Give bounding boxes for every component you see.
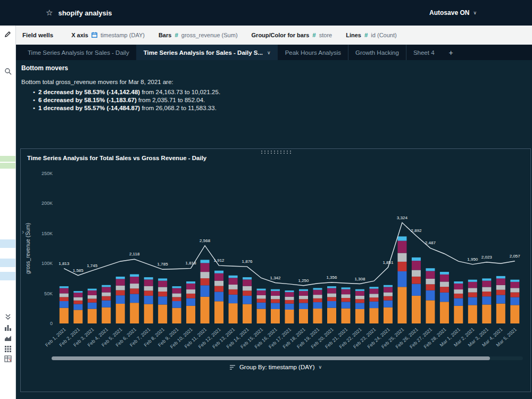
sheet-tab-bar: Time Series Analysis for Sales - Daily T… (16, 45, 532, 60)
visual-title: Time Series Analysis for Total Sales vs … (27, 155, 206, 161)
svg-text:1,342: 1,342 (270, 276, 281, 280)
hash-icon: # (312, 32, 315, 38)
drag-handle[interactable] (260, 150, 291, 154)
field-pill[interactable] (0, 156, 15, 162)
hash-icon: # (174, 32, 178, 38)
bullet-icon: • (33, 89, 35, 95)
insight-intro: Bottom total gross_revenue movers for Ma… (21, 79, 527, 85)
svg-text:1,745: 1,745 (87, 263, 98, 268)
field-pill[interactable] (0, 272, 15, 280)
sheet-canvas: Bottom movers Bottom total gross_revenue… (16, 60, 532, 399)
timeseries-visual-panel[interactable]: Time Series Analysis for Total Sales vs … (20, 148, 531, 392)
hash-icon: # (364, 32, 368, 38)
svg-text:2,568: 2,568 (200, 238, 211, 243)
svg-text:1,818: 1,818 (186, 261, 197, 265)
svg-text:3,324: 3,324 (397, 215, 408, 220)
tab-growth-hacking[interactable]: Growth Hacking (348, 45, 406, 60)
svg-text:1,785: 1,785 (157, 262, 169, 267)
svg-text:2,118: 2,118 (129, 252, 140, 256)
pencil-icon[interactable] (0, 30, 16, 38)
insight-bullet-list: •2 decreased by 58.53% (-14,142.48) from… (33, 88, 527, 112)
svg-text:1,356: 1,356 (326, 275, 337, 280)
svg-text:250K: 250K (41, 171, 53, 176)
svg-text:1,813: 1,813 (59, 261, 70, 266)
search-icon[interactable] (0, 68, 16, 75)
add-sheet-button[interactable]: + (442, 45, 461, 60)
insight-bullet: •2 decreased by 58.53% (-14,142.48) from… (33, 88, 527, 96)
group-by-control[interactable]: Group By: timestamp (DAY) ∨ (21, 364, 530, 370)
svg-text:2,487: 2,487 (425, 240, 436, 245)
field-well-bars[interactable]: Bars # gross_revenue (Sum) (159, 32, 238, 38)
insight-bullet: •6 decreased by 58.15% (-1,183.67) from … (33, 96, 527, 104)
field-pill[interactable] (0, 259, 15, 267)
bullet-icon: • (33, 105, 35, 111)
left-toolbar (0, 26, 16, 399)
sort-icon (229, 364, 236, 370)
chevron-down-icon: ∨ (319, 364, 322, 370)
top-bar: ☆ shopify analysis Autosave ON ∨ (0, 0, 532, 26)
field-wells-bar: Field wells X axis timestamp (DAY) Bars … (16, 26, 532, 45)
bar-chart-icon[interactable] (0, 324, 16, 331)
svg-text:1,876: 1,876 (242, 259, 253, 264)
svg-text:100K: 100K (41, 261, 53, 266)
analysis-title[interactable]: shopify analysis (58, 9, 112, 17)
svg-text:1,308: 1,308 (354, 277, 365, 281)
svg-text:150K: 150K (41, 231, 53, 236)
insight-bullet: •1 decreased by 55.57% (-14,484.87) from… (33, 104, 527, 112)
field-well-lines[interactable]: Lines # id (Count) (346, 32, 396, 38)
field-pill[interactable] (0, 239, 15, 248)
svg-text:2,057: 2,057 (510, 254, 521, 259)
pivot-table-icon[interactable] (0, 355, 16, 362)
area-chart-icon[interactable] (0, 335, 16, 342)
svg-text:50K: 50K (44, 291, 53, 296)
field-pill[interactable] (0, 163, 15, 169)
svg-text:1,250: 1,250 (298, 278, 309, 283)
chevron-down-icon: ∨ (267, 50, 271, 55)
calendar-icon (92, 30, 97, 40)
svg-text:1,851: 1,851 (383, 260, 394, 265)
svg-text:2,023: 2,023 (481, 255, 493, 260)
field-well-x-axis[interactable]: X axis timestamp (DAY) (71, 30, 145, 40)
autosave-toggle[interactable]: Autosave ON ∨ (429, 0, 477, 26)
svg-text:0: 0 (50, 321, 53, 326)
svg-text:200K: 200K (41, 201, 53, 206)
chevron-down-icon: ∨ (473, 10, 477, 15)
field-well-group-color[interactable]: Group/Color for bars # store (252, 32, 332, 38)
insight-title: Bottom movers (21, 64, 527, 72)
timeseries-chart[interactable]: 050K100K150K200K250KFeb 1, 2021Feb 2, 20… (23, 166, 525, 353)
star-icon[interactable]: ☆ (46, 8, 53, 18)
svg-text:2,892: 2,892 (411, 228, 422, 233)
group-by-label: Group By: timestamp (DAY) (239, 364, 315, 370)
svg-text:gross_revenue (Sum): gross_revenue (Sum) (25, 223, 31, 274)
tab-time-series-daily[interactable]: Time Series Analysis for Sales - Daily (20, 45, 136, 60)
insight-bottom-movers[interactable]: Bottom movers Bottom total gross_revenue… (21, 64, 527, 112)
svg-text:1,585: 1,585 (73, 268, 84, 273)
horizontal-scrollbar[interactable] (52, 356, 523, 360)
tab-sheet-4[interactable]: Sheet 4 (406, 45, 442, 60)
tab-peak-hours[interactable]: Peak Hours Analysis (278, 45, 348, 60)
svg-text:1,950: 1,950 (467, 257, 478, 262)
tab-time-series-daily-s-active[interactable]: Time Series Analysis for Sales - Daily S… (136, 45, 278, 60)
svg-text:1,912: 1,912 (214, 258, 225, 263)
collapse-double-chevron-icon[interactable] (0, 313, 16, 320)
field-wells-title: Field wells (22, 32, 53, 38)
autosave-label: Autosave ON (429, 9, 469, 16)
scrollbar-thumb[interactable] (52, 356, 490, 360)
bullet-icon: • (33, 97, 35, 103)
table-icon[interactable] (0, 345, 16, 352)
